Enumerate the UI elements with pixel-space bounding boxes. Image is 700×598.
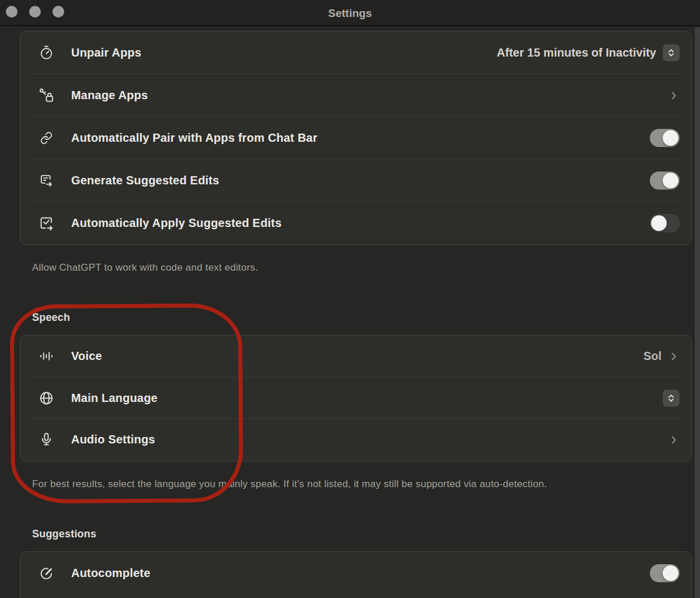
settings-row-autocomplete[interactable]: Autocomplete bbox=[20, 552, 691, 594]
section-header-suggestions: Suggestions bbox=[32, 528, 682, 540]
globe-icon bbox=[38, 390, 54, 406]
chevron-right-icon bbox=[668, 90, 680, 102]
settings-group-suggestions: Autocomplete bbox=[20, 551, 692, 598]
section-footer-pairing: Allow ChatGPT to work with code and text… bbox=[32, 262, 682, 274]
microphone-icon bbox=[38, 432, 54, 447]
settings-row-manage-apps[interactable]: Manage Apps bbox=[20, 74, 691, 117]
main-language-select[interactable] bbox=[663, 390, 680, 407]
checkbox-arrow-icon bbox=[38, 215, 54, 231]
automatically-pair-with-apps-from-chat-bar-toggle[interactable] bbox=[650, 129, 680, 147]
settings-group-pairing: Unpair AppsAfter 15 minutes of Inactivit… bbox=[20, 31, 692, 245]
row-label: Automatically Pair with Apps from Chat B… bbox=[71, 131, 317, 145]
scrollbar-track[interactable] bbox=[695, 27, 700, 598]
toggle-knob bbox=[663, 130, 678, 146]
wrench-lock-icon bbox=[38, 88, 54, 103]
up-down-chevrons-icon bbox=[666, 393, 677, 404]
row-label: Audio Settings bbox=[71, 433, 155, 446]
settings-row-audio-settings[interactable]: Audio Settings bbox=[20, 419, 691, 461]
row-label: Unpair Apps bbox=[71, 46, 141, 60]
settings-content: Unpair AppsAfter 15 minutes of Inactivit… bbox=[0, 27, 700, 598]
chevron-right-icon bbox=[668, 434, 680, 446]
settings-row-automatically-apply-suggested-edits[interactable]: Automatically Apply Suggested Edits bbox=[20, 202, 691, 244]
row-label: Generate Suggested Edits bbox=[71, 174, 219, 187]
settings-row-voice[interactable]: VoiceSol bbox=[20, 335, 691, 377]
toggle-knob bbox=[663, 565, 678, 581]
settings-row-unpair-apps[interactable]: Unpair AppsAfter 15 minutes of Inactivit… bbox=[20, 32, 691, 74]
row-label: Autocomplete bbox=[71, 566, 150, 580]
settings-row-generate-suggested-edits[interactable]: Generate Suggested Edits bbox=[20, 159, 691, 202]
settings-row-automatically-pair-with-apps-from-chat-bar[interactable]: Automatically Pair with Apps from Chat B… bbox=[20, 117, 691, 159]
timer-icon bbox=[38, 45, 54, 61]
unpair-apps-select[interactable] bbox=[663, 44, 680, 61]
automatically-apply-suggested-edits-toggle[interactable] bbox=[650, 214, 680, 232]
chevron-right-icon bbox=[668, 351, 680, 362]
titlebar: Settings bbox=[0, 0, 700, 26]
document-refresh-icon bbox=[38, 173, 54, 188]
row-value: After 15 minutes of Inactivity bbox=[497, 46, 656, 60]
settings-group-speech: VoiceSolMain LanguageAudio Settings bbox=[20, 335, 692, 461]
section-footer-speech: For best results, select the language yo… bbox=[32, 478, 682, 490]
waveform-icon bbox=[38, 348, 54, 364]
up-down-chevrons-icon bbox=[666, 47, 677, 58]
settings-row-main-language[interactable]: Main Language bbox=[20, 377, 691, 419]
toggle-knob bbox=[663, 173, 678, 188]
settings-window: Settings Unpair AppsAfter 15 minutes of … bbox=[0, 0, 700, 598]
row-label: Voice bbox=[71, 349, 102, 363]
row-label: Main Language bbox=[71, 391, 158, 405]
row-value: Sol bbox=[643, 349, 662, 363]
row-label: Automatically Apply Suggested Edits bbox=[71, 216, 282, 230]
row-label: Manage Apps bbox=[71, 89, 148, 102]
window-title: Settings bbox=[0, 0, 700, 26]
autocomplete-toggle[interactable] bbox=[650, 564, 680, 582]
toggle-knob bbox=[651, 215, 667, 231]
section-header-speech: Speech bbox=[32, 312, 682, 324]
generate-suggested-edits-toggle[interactable] bbox=[650, 172, 680, 190]
link-icon bbox=[38, 130, 54, 146]
compose-icon bbox=[38, 565, 54, 581]
